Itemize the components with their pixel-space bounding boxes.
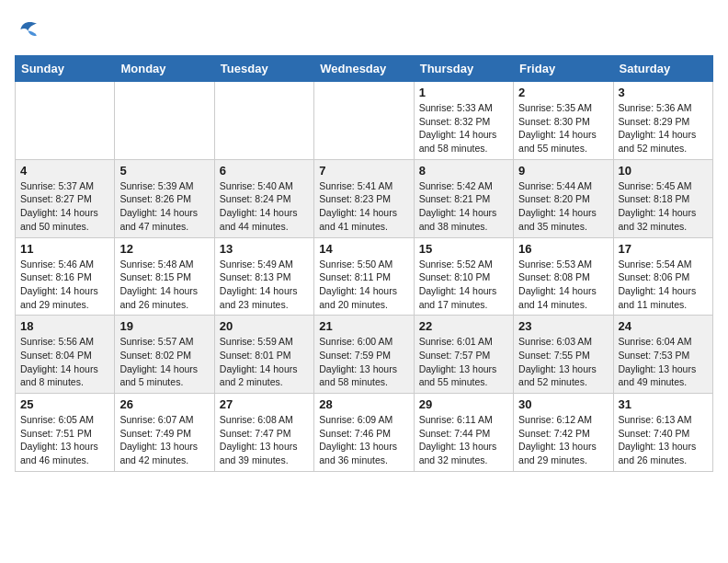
day-info: Sunrise: 5:50 AM Sunset: 8:11 PM Dayligh… — [319, 258, 408, 312]
day-info: Sunrise: 5:54 AM Sunset: 8:06 PM Dayligh… — [619, 258, 708, 312]
day-info: Sunrise: 5:48 AM Sunset: 8:15 PM Dayligh… — [119, 258, 209, 312]
calendar-cell: 22Sunrise: 6:01 AM Sunset: 7:57 PM Dayli… — [414, 316, 513, 394]
calendar-cell: 28Sunrise: 6:09 AM Sunset: 7:46 PM Dayli… — [314, 394, 414, 472]
calendar-week-row: 4Sunrise: 5:37 AM Sunset: 8:27 PM Daylig… — [16, 159, 713, 237]
weekday-header-thursday: Thursday — [414, 56, 513, 82]
day-number: 8 — [419, 164, 508, 178]
day-number: 31 — [619, 397, 708, 411]
day-info: Sunrise: 6:09 AM Sunset: 7:46 PM Dayligh… — [319, 413, 408, 467]
day-number: 4 — [20, 164, 109, 178]
day-info: Sunrise: 5:41 AM Sunset: 8:23 PM Dayligh… — [319, 179, 408, 234]
weekday-header-friday: Friday — [514, 56, 613, 82]
day-info: Sunrise: 5:42 AM Sunset: 8:21 PM Dayligh… — [419, 179, 508, 234]
day-number: 21 — [319, 319, 408, 333]
day-info: Sunrise: 5:53 AM Sunset: 8:08 PM Dayligh… — [518, 258, 608, 312]
day-number: 11 — [20, 242, 109, 256]
calendar-cell — [16, 82, 115, 160]
calendar-cell: 26Sunrise: 6:07 AM Sunset: 7:49 PM Dayli… — [115, 394, 214, 472]
calendar-cell: 17Sunrise: 5:54 AM Sunset: 8:06 PM Dayli… — [613, 237, 712, 316]
day-info: Sunrise: 6:07 AM Sunset: 7:49 PM Dayligh… — [119, 413, 209, 467]
logo — [15, 15, 48, 44]
day-number: 10 — [619, 164, 708, 178]
day-number: 5 — [119, 164, 209, 178]
calendar-cell: 19Sunrise: 5:57 AM Sunset: 8:02 PM Dayli… — [115, 316, 214, 394]
weekday-header-row: SundayMondayTuesdayWednesdayThursdayFrid… — [16, 56, 713, 82]
calendar-cell: 16Sunrise: 5:53 AM Sunset: 8:08 PM Dayli… — [514, 237, 613, 316]
calendar-cell: 8Sunrise: 5:42 AM Sunset: 8:21 PM Daylig… — [414, 159, 513, 237]
calendar-cell: 21Sunrise: 6:00 AM Sunset: 7:59 PM Dayli… — [314, 316, 414, 394]
day-number: 12 — [119, 242, 209, 256]
calendar-cell: 15Sunrise: 5:52 AM Sunset: 8:10 PM Dayli… — [414, 237, 513, 316]
calendar-cell: 20Sunrise: 5:59 AM Sunset: 8:01 PM Dayli… — [214, 316, 313, 394]
day-info: Sunrise: 5:35 AM Sunset: 8:30 PM Dayligh… — [518, 101, 608, 155]
day-number: 28 — [319, 397, 408, 411]
day-info: Sunrise: 5:39 AM Sunset: 8:26 PM Dayligh… — [119, 179, 209, 234]
day-number: 7 — [319, 164, 408, 178]
weekday-header-monday: Monday — [115, 56, 214, 82]
day-info: Sunrise: 5:52 AM Sunset: 8:10 PM Dayligh… — [419, 258, 508, 312]
day-info: Sunrise: 6:13 AM Sunset: 7:40 PM Dayligh… — [619, 413, 708, 467]
day-info: Sunrise: 6:11 AM Sunset: 7:44 PM Dayligh… — [419, 413, 508, 467]
calendar-cell: 10Sunrise: 5:45 AM Sunset: 8:18 PM Dayli… — [613, 159, 712, 237]
weekday-header-saturday: Saturday — [613, 56, 712, 82]
logo-icon — [15, 15, 44, 44]
day-info: Sunrise: 5:49 AM Sunset: 8:13 PM Dayligh… — [220, 258, 309, 312]
calendar-week-row: 25Sunrise: 6:05 AM Sunset: 7:51 PM Dayli… — [16, 394, 713, 472]
day-info: Sunrise: 6:08 AM Sunset: 7:47 PM Dayligh… — [220, 413, 309, 467]
day-number: 14 — [319, 242, 408, 256]
day-number: 1 — [419, 86, 508, 99]
weekday-header-tuesday: Tuesday — [214, 56, 313, 82]
day-number: 19 — [119, 319, 209, 333]
calendar-cell: 14Sunrise: 5:50 AM Sunset: 8:11 PM Dayli… — [314, 237, 414, 316]
day-info: Sunrise: 5:36 AM Sunset: 8:29 PM Dayligh… — [619, 101, 708, 155]
day-number: 2 — [518, 86, 608, 99]
calendar-cell: 3Sunrise: 5:36 AM Sunset: 8:29 PM Daylig… — [613, 82, 712, 160]
day-info: Sunrise: 5:45 AM Sunset: 8:18 PM Dayligh… — [619, 179, 708, 234]
weekday-header-sunday: Sunday — [16, 56, 115, 82]
day-info: Sunrise: 5:44 AM Sunset: 8:20 PM Dayligh… — [518, 179, 608, 234]
day-info: Sunrise: 6:04 AM Sunset: 7:53 PM Dayligh… — [619, 335, 708, 389]
day-number: 13 — [220, 242, 309, 256]
day-number: 18 — [20, 319, 109, 333]
day-number: 27 — [220, 397, 309, 411]
calendar-week-row: 18Sunrise: 5:56 AM Sunset: 8:04 PM Dayli… — [16, 316, 713, 394]
calendar-cell — [115, 82, 214, 160]
weekday-header-wednesday: Wednesday — [314, 56, 414, 82]
calendar-cell: 6Sunrise: 5:40 AM Sunset: 8:24 PM Daylig… — [214, 159, 313, 237]
calendar-week-row: 11Sunrise: 5:46 AM Sunset: 8:16 PM Dayli… — [16, 237, 713, 316]
calendar-cell: 4Sunrise: 5:37 AM Sunset: 8:27 PM Daylig… — [16, 159, 115, 237]
calendar-cell: 24Sunrise: 6:04 AM Sunset: 7:53 PM Dayli… — [613, 316, 712, 394]
day-number: 24 — [619, 319, 708, 333]
calendar-cell — [314, 82, 414, 160]
header — [15, 15, 713, 44]
calendar-cell: 2Sunrise: 5:35 AM Sunset: 8:30 PM Daylig… — [514, 82, 613, 160]
day-info: Sunrise: 6:01 AM Sunset: 7:57 PM Dayligh… — [419, 335, 508, 389]
calendar-cell: 30Sunrise: 6:12 AM Sunset: 7:42 PM Dayli… — [514, 394, 613, 472]
day-number: 25 — [20, 397, 109, 411]
calendar-table: SundayMondayTuesdayWednesdayThursdayFrid… — [15, 55, 713, 472]
day-info: Sunrise: 6:05 AM Sunset: 7:51 PM Dayligh… — [20, 413, 109, 467]
day-info: Sunrise: 5:37 AM Sunset: 8:27 PM Dayligh… — [20, 179, 109, 234]
day-number: 9 — [518, 164, 608, 178]
calendar-cell: 18Sunrise: 5:56 AM Sunset: 8:04 PM Dayli… — [16, 316, 115, 394]
calendar-cell: 7Sunrise: 5:41 AM Sunset: 8:23 PM Daylig… — [314, 159, 414, 237]
day-info: Sunrise: 6:03 AM Sunset: 7:55 PM Dayligh… — [518, 335, 608, 389]
calendar-cell: 11Sunrise: 5:46 AM Sunset: 8:16 PM Dayli… — [16, 237, 115, 316]
day-number: 15 — [419, 242, 508, 256]
calendar-cell: 13Sunrise: 5:49 AM Sunset: 8:13 PM Dayli… — [214, 237, 313, 316]
calendar-cell: 1Sunrise: 5:33 AM Sunset: 8:32 PM Daylig… — [414, 82, 513, 160]
day-info: Sunrise: 6:00 AM Sunset: 7:59 PM Dayligh… — [319, 335, 408, 389]
calendar-cell: 5Sunrise: 5:39 AM Sunset: 8:26 PM Daylig… — [115, 159, 214, 237]
day-number: 3 — [619, 86, 708, 99]
day-info: Sunrise: 5:56 AM Sunset: 8:04 PM Dayligh… — [20, 335, 109, 389]
day-info: Sunrise: 5:59 AM Sunset: 8:01 PM Dayligh… — [220, 335, 309, 389]
day-number: 22 — [419, 319, 508, 333]
day-info: Sunrise: 5:46 AM Sunset: 8:16 PM Dayligh… — [20, 258, 109, 312]
calendar-cell — [214, 82, 313, 160]
day-number: 30 — [518, 397, 608, 411]
day-info: Sunrise: 5:57 AM Sunset: 8:02 PM Dayligh… — [119, 335, 209, 389]
day-info: Sunrise: 5:33 AM Sunset: 8:32 PM Dayligh… — [419, 101, 508, 155]
calendar-cell: 23Sunrise: 6:03 AM Sunset: 7:55 PM Dayli… — [514, 316, 613, 394]
day-info: Sunrise: 5:40 AM Sunset: 8:24 PM Dayligh… — [220, 179, 309, 234]
calendar-cell: 27Sunrise: 6:08 AM Sunset: 7:47 PM Dayli… — [214, 394, 313, 472]
